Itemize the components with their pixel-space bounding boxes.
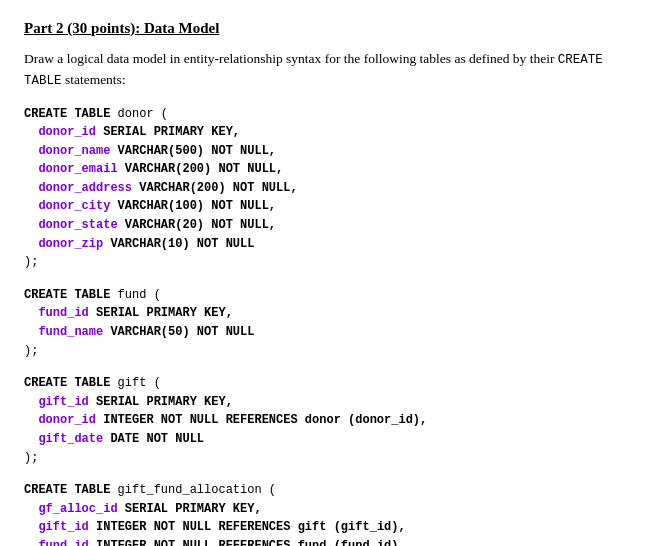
column-name: donor_email (38, 162, 117, 176)
column-definition: SERIAL PRIMARY KEY, (118, 502, 262, 516)
column-definition: SERIAL PRIMARY KEY, (96, 125, 240, 139)
column-name: donor_id (38, 413, 96, 427)
column-name: donor_city (38, 199, 110, 213)
table-block-gift_fund_allocation: CREATE TABLE gift_fund_allocation ( gf_a… (24, 481, 629, 546)
table-close: ); (24, 344, 38, 358)
column-name: gf_alloc_id (38, 502, 117, 516)
tables-container: CREATE TABLE donor ( donor_id SERIAL PRI… (24, 105, 629, 547)
column-name: fund_name (38, 325, 103, 339)
create-keyword: CREATE TABLE (24, 288, 110, 302)
intro-paragraph: Draw a logical data model in entity-rela… (24, 49, 629, 91)
column-name: donor_id (38, 125, 96, 139)
column-definition: VARCHAR(10) NOT NULL (103, 237, 254, 251)
create-keyword: CREATE TABLE (24, 376, 110, 390)
column-name: gift_id (38, 395, 88, 409)
create-keyword: CREATE TABLE (24, 483, 110, 497)
column-name: donor_address (38, 181, 132, 195)
table-block-gift: CREATE TABLE gift ( gift_id SERIAL PRIMA… (24, 374, 629, 467)
column-definition: VARCHAR(50) NOT NULL (103, 325, 254, 339)
column-definition: VARCHAR(200) NOT NULL, (132, 181, 298, 195)
column-name: donor_name (38, 144, 110, 158)
column-definition: VARCHAR(100) NOT NULL, (110, 199, 276, 213)
intro-text-after: statements: (65, 72, 126, 87)
column-definition: DATE NOT NULL (103, 432, 204, 446)
intro-text-before: Draw a logical data model in entity-rela… (24, 51, 554, 66)
table-close: ); (24, 451, 38, 465)
column-definition: SERIAL PRIMARY KEY, (89, 306, 233, 320)
column-definition: INTEGER NOT NULL REFERENCES donor (donor… (96, 413, 427, 427)
table-block-donor: CREATE TABLE donor ( donor_id SERIAL PRI… (24, 105, 629, 272)
column-definition: INTEGER NOT NULL REFERENCES fund (fund_i… (89, 539, 406, 546)
column-definition: VARCHAR(200) NOT NULL, (118, 162, 284, 176)
column-name: donor_state (38, 218, 117, 232)
column-definition: INTEGER NOT NULL REFERENCES gift (gift_i… (89, 520, 406, 534)
table-close: ); (24, 255, 38, 269)
column-name: donor_zip (38, 237, 103, 251)
page-title: Part 2 (30 points): Data Model (24, 20, 629, 37)
column-definition: SERIAL PRIMARY KEY, (89, 395, 233, 409)
column-definition: VARCHAR(20) NOT NULL, (118, 218, 276, 232)
column-definition: VARCHAR(500) NOT NULL, (110, 144, 276, 158)
column-name: fund_id (38, 539, 88, 546)
column-name: fund_id (38, 306, 88, 320)
column-name: gift_date (38, 432, 103, 446)
table-block-fund: CREATE TABLE fund ( fund_id SERIAL PRIMA… (24, 286, 629, 360)
create-keyword: CREATE TABLE (24, 107, 110, 121)
column-name: gift_id (38, 520, 88, 534)
